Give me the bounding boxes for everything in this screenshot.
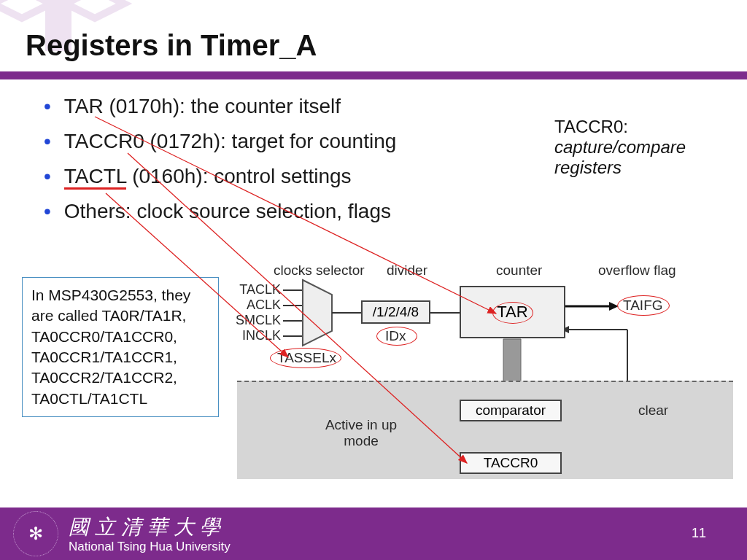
tasselx-circle [270, 348, 341, 368]
bullet-dot: • [44, 201, 51, 222]
university-seal: ✻ [13, 511, 58, 556]
clear-label: clear [638, 402, 668, 419]
note-line2: capture/compare registers [554, 137, 715, 178]
bullet-item: • TACCR0 (0172h): target for counting [44, 130, 452, 153]
title-divider [0, 71, 747, 79]
taccr0-box: TACCR0 [460, 452, 562, 474]
bullet-dot: • [44, 131, 51, 152]
msp430-note-box: In MSP430G2553, they are called TA0R/TA1… [22, 277, 219, 417]
taifg-circle [617, 295, 670, 316]
page-number: 11 [692, 526, 706, 541]
svg-marker-5 [303, 280, 332, 346]
tactl-underline: TACTL [64, 165, 127, 190]
idx-circle [376, 327, 417, 346]
divider-box: /1/2/4/8 [361, 300, 430, 324]
footer-chinese: 國立清華大學 [69, 513, 231, 541]
timer-diagram: clocks selector divider counter overflow… [241, 264, 737, 483]
tar-circle [492, 302, 533, 324]
bullet-text: TACTL (0160h): control settings [64, 165, 352, 188]
footer-english: National Tsing Hua University [69, 540, 231, 554]
slide-title: Registers in Timer_A [26, 29, 317, 62]
bullet-item: • TACTL (0160h): control settings [44, 165, 452, 188]
active-mode-label: Active in up mode [325, 417, 398, 449]
bullet-item: • Others: clock source selection, flags [44, 200, 452, 223]
bullet-list: • TAR (0170h): the counter itself • TACC… [44, 95, 452, 235]
slide-footer: ✻ 國立清華大學 National Tsing Hua University 1… [0, 508, 747, 560]
note-line1: TACCR0: [554, 117, 715, 137]
bullet-text: TAR (0170h): the counter itself [64, 95, 341, 118]
bullet-item: • TAR (0170h): the counter itself [44, 95, 452, 118]
bullet-text: Others: clock source selection, flags [64, 200, 391, 223]
bullet-text: TACCR0 (0172h): target for counting [64, 130, 396, 153]
taccr0-note: TACCR0: capture/compare registers [554, 117, 715, 178]
comparator-box: comparator [460, 400, 562, 421]
bullet-dot: • [44, 96, 51, 117]
bullet-dot: • [44, 166, 51, 187]
